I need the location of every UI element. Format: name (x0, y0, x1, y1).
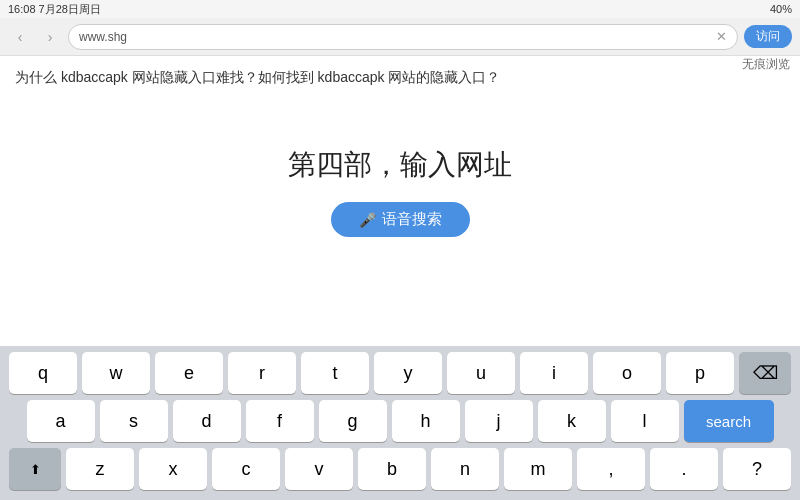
voice-search-button[interactable]: 🎤 语音搜索 (331, 202, 470, 237)
keyboard-row-3: ⬆ z x c v b n m , . ? (2, 448, 798, 490)
main-instruction-text: 第四部，输入网址 (288, 146, 512, 184)
middle-section: 第四部，输入网址 🎤 语音搜索 无痕浏览 (0, 116, 800, 252)
key-shift[interactable]: ⬆ (9, 448, 61, 490)
web-page-title: 为什么 kdbaccapk 网站隐藏入口难找？如何找到 kdbaccapk 网站… (15, 66, 785, 88)
web-content-area: 为什么 kdbaccapk 网站隐藏入口难找？如何找到 kdbaccapk 网站… (0, 56, 800, 116)
key-period[interactable]: . (650, 448, 718, 490)
key-question[interactable]: ? (723, 448, 791, 490)
key-a[interactable]: a (27, 400, 95, 442)
no-trace-label: 无痕浏览 (742, 56, 790, 73)
status-bar: 16:08 7月28日周日 40% (0, 0, 800, 18)
key-e[interactable]: e (155, 352, 223, 394)
key-i[interactable]: i (520, 352, 588, 394)
search-button[interactable]: search (684, 400, 774, 442)
key-x[interactable]: x (139, 448, 207, 490)
key-r[interactable]: r (228, 352, 296, 394)
status-date: 7月28日周日 (39, 3, 101, 15)
keyboard: q w e r t y u i o p ⌫ a s d f g h j k l … (0, 346, 800, 500)
key-u[interactable]: u (447, 352, 515, 394)
status-battery: 40% (770, 3, 792, 15)
key-v[interactable]: v (285, 448, 353, 490)
url-bar[interactable]: www.shg ✕ (68, 24, 738, 50)
status-time: 16:08 (8, 3, 36, 15)
key-comma[interactable]: , (577, 448, 645, 490)
key-p[interactable]: p (666, 352, 734, 394)
key-h[interactable]: h (392, 400, 460, 442)
key-j[interactable]: j (465, 400, 533, 442)
key-o[interactable]: o (593, 352, 661, 394)
status-time-date: 16:08 7月28日周日 (8, 2, 101, 17)
url-text: www.shg (79, 30, 710, 44)
key-c[interactable]: c (212, 448, 280, 490)
mic-icon: 🎤 (359, 212, 376, 228)
keyboard-row-2: a s d f g h j k l search (2, 400, 798, 442)
key-n[interactable]: n (431, 448, 499, 490)
key-k[interactable]: k (538, 400, 606, 442)
voice-search-label: 语音搜索 (382, 210, 442, 229)
key-w[interactable]: w (82, 352, 150, 394)
key-f[interactable]: f (246, 400, 314, 442)
key-backspace[interactable]: ⌫ (739, 352, 791, 394)
visit-button[interactable]: 访问 (744, 25, 792, 48)
key-q[interactable]: q (9, 352, 77, 394)
keyboard-row-1: q w e r t y u i o p ⌫ (2, 352, 798, 394)
key-l[interactable]: l (611, 400, 679, 442)
key-b[interactable]: b (358, 448, 426, 490)
url-clear-icon[interactable]: ✕ (716, 29, 727, 44)
browser-chrome: ‹ › www.shg ✕ 访问 (0, 18, 800, 56)
key-g[interactable]: g (319, 400, 387, 442)
key-t[interactable]: t (301, 352, 369, 394)
key-y[interactable]: y (374, 352, 442, 394)
key-m[interactable]: m (504, 448, 572, 490)
back-button[interactable]: ‹ (8, 25, 32, 49)
key-d[interactable]: d (173, 400, 241, 442)
key-s[interactable]: s (100, 400, 168, 442)
key-z[interactable]: z (66, 448, 134, 490)
forward-button[interactable]: › (38, 25, 62, 49)
